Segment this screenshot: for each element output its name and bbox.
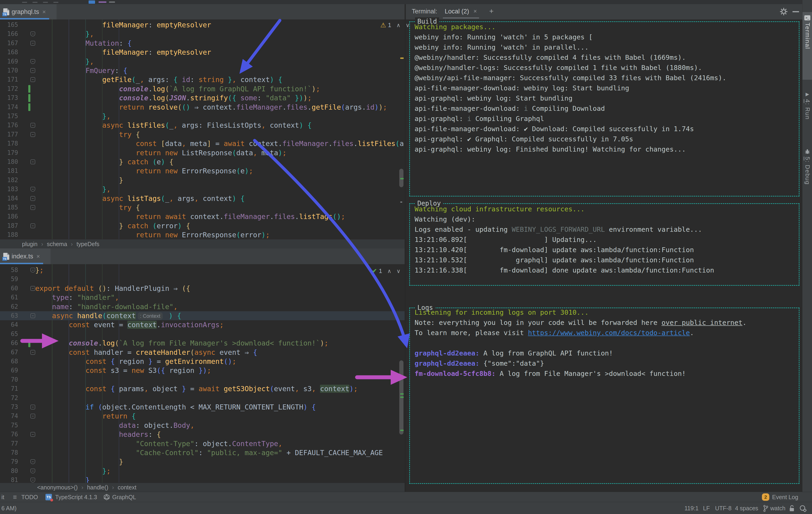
- fold-icon[interactable]: −: [30, 68, 35, 73]
- fold-icon[interactable]: −: [30, 468, 35, 474]
- line-number: 74: [0, 412, 18, 421]
- fold-icon[interactable]: −: [30, 196, 35, 201]
- fold-icon[interactable]: −: [30, 59, 35, 64]
- typescript-button[interactable]: TypeScript 4.1.3: [55, 494, 97, 501]
- tab-graphql-ts[interactable]: TS graphql.ts ×: [0, 4, 57, 20]
- code-text: return new ListResponse(data, meta);: [35, 148, 287, 157]
- tool-buttons-bar: it ≡ TODO TS TypeScript 4.1.3 GraphQL 2 …: [0, 492, 812, 502]
- settings-sync-icon[interactable]: [799, 505, 807, 512]
- inspection-widget-graphql[interactable]: ⚠ 1 ∧ ∨: [380, 21, 410, 29]
- indent-widget[interactable]: 4 spaces: [735, 505, 758, 512]
- close-icon[interactable]: ×: [36, 253, 40, 260]
- code-line: 168 fileManager: emptyResolver: [0, 48, 405, 57]
- graphql-button[interactable]: GraphQL: [112, 494, 136, 501]
- terminal-header: Terminal: Local (2) × +: [406, 4, 802, 20]
- code-text: async listFiles(_, args: FilesListOpts, …: [35, 121, 312, 130]
- code-line: 181 return new ErrorResponse(e);: [0, 167, 405, 175]
- code-text: fileManager: emptyResolver: [35, 21, 211, 29]
- fold-icon[interactable]: −: [30, 123, 35, 128]
- fold-icon[interactable]: −: [30, 350, 35, 355]
- todo-icon: ≡: [13, 493, 17, 501]
- status-message-partial: 6 AM): [1, 505, 17, 512]
- fold-icon[interactable]: −: [30, 404, 35, 410]
- editor-graphql[interactable]: 165 fileManager: emptyResolver166− },167…: [0, 20, 405, 239]
- breadcrumb-item[interactable]: plugin: [22, 241, 37, 247]
- code-line: 167− Mutation: {: [0, 39, 405, 48]
- cutoff-ts-icon: [89, 0, 95, 4]
- fold-icon[interactable]: −: [30, 268, 35, 273]
- fold-icon[interactable]: −: [30, 459, 35, 464]
- fold-icon[interactable]: −: [30, 41, 35, 46]
- fold-icon[interactable]: −: [30, 205, 35, 210]
- typescript-file-icon: TS: [3, 253, 9, 260]
- stripe-button-debug[interactable]: 5: Debug: [803, 147, 812, 209]
- fold-icon[interactable]: −: [30, 313, 35, 318]
- ok-count: 1: [379, 267, 382, 275]
- editor-index[interactable]: 58−};5960−export default (): HandlerPlug…: [0, 264, 405, 483]
- todo-button[interactable]: TODO: [21, 494, 38, 501]
- breadcrumb-item[interactable]: typeDefs: [77, 241, 99, 247]
- breadcrumb-item[interactable]: context: [118, 484, 137, 491]
- code-text: return resolve(() ⇒ context.fileManager.…: [35, 103, 387, 112]
- chevron-down-icon[interactable]: ∨: [397, 268, 401, 274]
- stripe-button-run[interactable]: ▶ 4: Run: [803, 90, 812, 138]
- line-separator-widget[interactable]: LF: [703, 505, 710, 512]
- minimize-icon[interactable]: [792, 11, 799, 12]
- stripe-label: Terminal: [804, 23, 811, 49]
- code-line: 81− }: [0, 476, 405, 483]
- fold-icon[interactable]: −: [30, 432, 35, 437]
- event-log-button[interactable]: Event Log: [772, 494, 798, 501]
- fold-icon[interactable]: −: [30, 132, 35, 137]
- inspection-widget-index[interactable]: ✔ 1 ∧ ∨: [372, 267, 400, 275]
- terminal-tab-local[interactable]: Local (2): [445, 8, 469, 15]
- encoding-widget[interactable]: UTF-8: [715, 505, 731, 512]
- code-line: 175 },: [0, 112, 405, 121]
- breadcrumb-item[interactable]: <anonymous>(): [37, 484, 78, 491]
- code-text: },: [35, 29, 94, 38]
- vcs-change-bar: [28, 85, 30, 93]
- fold-icon[interactable]: −: [30, 77, 35, 82]
- unlock-icon[interactable]: [789, 505, 795, 512]
- line-number: 79: [0, 457, 18, 466]
- chevron-up-icon[interactable]: ∧: [397, 22, 401, 29]
- fold-icon[interactable]: −: [30, 478, 35, 482]
- fold-icon[interactable]: −: [30, 286, 35, 291]
- fold-icon[interactable]: −: [30, 187, 35, 192]
- code-text: },: [35, 185, 111, 194]
- event-log-badge[interactable]: 2: [762, 493, 769, 501]
- code-line: 174 return resolve(() ⇒ context.fileMana…: [0, 103, 405, 112]
- git-button-partial[interactable]: it: [1, 494, 4, 501]
- fold-icon[interactable]: −: [30, 32, 35, 36]
- code-text: },: [35, 57, 94, 66]
- code-line: 59: [0, 275, 405, 284]
- code-line: 61 type: "handler",: [0, 293, 405, 302]
- fold-icon[interactable]: −: [30, 223, 35, 228]
- close-icon[interactable]: ×: [42, 8, 46, 16]
- tab-index-ts[interactable]: TS index.ts ×: [0, 248, 51, 264]
- vcs-change-bar: [28, 94, 30, 102]
- terminal-line: fm-download-5cfc8b8: A log from File Man…: [414, 368, 686, 379]
- chevron-down-icon[interactable]: ∨: [406, 22, 410, 29]
- fold-icon[interactable]: −: [30, 159, 35, 164]
- terminal-line: 13:21:16.338[ fm-download] done update a…: [414, 265, 714, 275]
- breadcrumb-item[interactable]: handle(): [87, 484, 108, 491]
- git-branch-widget[interactable]: watch: [770, 505, 785, 512]
- fold-icon[interactable]: −: [30, 414, 35, 419]
- new-terminal-tab-button[interactable]: +: [489, 7, 494, 16]
- code-text: } catch (error) {: [35, 221, 190, 230]
- caret-position-widget[interactable]: 119:1: [685, 505, 699, 512]
- close-icon[interactable]: ×: [473, 8, 477, 14]
- code-line: 68 const { region } = getEnvironment();: [0, 357, 405, 366]
- chevron-up-icon[interactable]: ∧: [387, 268, 392, 274]
- gear-icon[interactable]: [780, 7, 788, 16]
- log-link[interactable]: https://www.webiny.com/docs/todo-article: [528, 329, 690, 337]
- line-number: 59: [0, 275, 18, 284]
- stripe-button-terminal[interactable]: >_ Terminal: [803, 12, 812, 80]
- breadcrumb-item[interactable]: schema: [47, 241, 67, 247]
- code-text: return new ErrorResponse(e);: [35, 167, 253, 175]
- code-text: Mutation: {: [35, 39, 132, 48]
- terminal-tab-underline: [443, 18, 479, 19]
- line-number: 168: [0, 48, 18, 57]
- code-line: 178 const [data, meta] = await context.f…: [0, 139, 405, 148]
- terminal-panel[interactable]: BuildWatching packages...webiny info: Ru…: [406, 20, 802, 492]
